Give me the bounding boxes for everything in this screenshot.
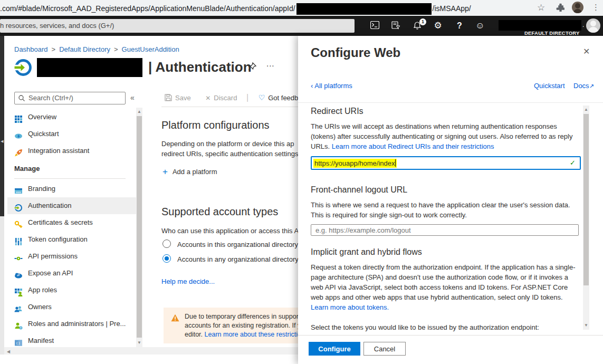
discard-x-icon: ✕ (205, 94, 210, 102)
directory-label: DEFAULT DIRECTORY (524, 30, 580, 36)
account-types-question: Who can use this application or access t… (161, 226, 298, 236)
scroll-down-icon[interactable]: ▼ (583, 322, 589, 329)
sliders-icon (14, 235, 23, 244)
redirect-uri-input[interactable]: https://youapp/home/index ✓ (311, 156, 581, 170)
sidebar-item-expose-an-api[interactable]: Expose an API (7, 265, 136, 282)
help-me-decide-link[interactable]: Help me decide... (161, 277, 215, 285)
save-button[interactable]: Save (165, 94, 193, 102)
collapsed-portal-sidebar[interactable] (0, 36, 4, 216)
sidebar-item-certificates-secrets[interactable]: Certificates & secrets (7, 214, 136, 231)
sidebar-item-roles-administrators[interactable]: Roles and administrators | Pre... (7, 315, 136, 332)
radio-single-tenant[interactable] (162, 240, 171, 248)
got-feedback-button[interactable]: ♡Got feedback? (259, 94, 298, 102)
bookmark-star-icon[interactable]: ☆ (537, 2, 545, 13)
search-icon (18, 94, 25, 106)
redacted-account-email (499, 20, 581, 31)
global-search-input[interactable]: h resources, services, and docs (G+/) (0, 19, 355, 33)
configure-button[interactable]: Configure (309, 342, 360, 356)
cancel-button[interactable]: Cancel (363, 342, 406, 356)
panel-footer-divider (298, 335, 603, 336)
scroll-up-icon[interactable]: ▲ (583, 107, 589, 113)
help-icon[interactable]: ? (454, 21, 465, 31)
notifications-bell-icon[interactable]: 1 (412, 21, 423, 31)
sidebar-item-token-configuration[interactable]: Token configuration (7, 231, 136, 248)
scroll-up-icon[interactable]: ▲ (136, 109, 142, 115)
cloud-api-icon (14, 269, 23, 277)
svg-text:(): () (16, 341, 20, 346)
radio-multi-tenant[interactable] (162, 254, 171, 263)
radio-multi-tenant-label: Accounts in any organizational directory… (177, 254, 298, 264)
quickstart-icon (14, 130, 23, 138)
all-platforms-back-link[interactable]: ‹ All platforms (311, 82, 352, 90)
scrollbar-thumb[interactable] (137, 116, 142, 338)
tokens-learn-more-link[interactable]: Learn more about tokens. (311, 303, 389, 311)
add-platform-button[interactable]: +Add a platform (162, 167, 217, 177)
logout-url-desc: This is where we send a request to have … (311, 200, 579, 220)
account-dot: . (582, 21, 584, 28)
logout-url-input[interactable] (311, 224, 579, 236)
sidebar-item-overview[interactable]: Overview (7, 109, 136, 126)
cloud-shell-icon[interactable] (369, 21, 380, 31)
sidebar-item-integration-assistant[interactable]: Integration assistant (7, 142, 136, 159)
authentication-icon (14, 202, 23, 210)
sidebar-item-api-permissions[interactable]: API permissions (7, 248, 136, 265)
discard-button[interactable]: ✕Discard (205, 94, 239, 102)
account-types-heading: Supported account types (161, 206, 298, 218)
address-url[interactable]: .com/#blade/Microsoft_AAD_RegisteredApps… (0, 3, 533, 15)
panel-scrollbar[interactable]: ▲ ▼ (583, 106, 589, 330)
platform-desc-line2: redirect URIs, specific authentication s… (161, 149, 298, 159)
menu-collapse-icon[interactable]: « (130, 93, 135, 102)
browser-profile-avatar[interactable] (572, 2, 583, 13)
redirect-uris-heading: Redirect URIs (311, 107, 581, 116)
heart-icon: ♡ (259, 93, 265, 102)
close-icon[interactable]: ✕ (583, 46, 590, 56)
quickstart-link[interactable]: Quickstart (534, 82, 565, 90)
warning-icon (171, 314, 179, 324)
app-roles-icon (14, 286, 23, 294)
external-link-icon: ↗ (589, 83, 594, 89)
sidebar-scrollbar[interactable]: ▲ ▼ (136, 108, 142, 347)
directory-filter-icon[interactable] (390, 21, 401, 31)
configure-web-panel: Configure Web ✕ ‹ All platforms Quicksta… (298, 36, 603, 364)
back-chevron-icon: ‹ (311, 82, 313, 90)
docs-link[interactable]: Docs↗ (573, 82, 594, 90)
sidebar-item-app-roles[interactable]: App roles (7, 282, 136, 299)
azure-portal-window: .com/#blade/Microsoft_AAD_RegisteredApps… (0, 0, 603, 364)
sidebar-search-placeholder: Search (Ctrl+/) (28, 94, 73, 102)
breadcrumb-dashboard[interactable]: Dashboard (14, 45, 48, 53)
sidebar-item-branding[interactable]: www Branding (7, 180, 136, 197)
scroll-left-icon[interactable]: ◀ (5, 349, 12, 355)
browser-address-bar[interactable]: .com/#blade/Microsoft_AAD_RegisteredApps… (0, 0, 603, 16)
branding-icon: www (14, 185, 23, 193)
valid-check-icon: ✓ (570, 157, 576, 169)
select-tokens-text: Select the tokens you would like to be i… (311, 322, 579, 332)
sidebar-item-owners[interactable]: Owners (7, 299, 136, 315)
key-icon (14, 218, 23, 227)
redirect-uris-desc: The URIs we will accept as destinations … (311, 121, 579, 151)
sidebar-section-manage: Manage (14, 165, 40, 173)
azure-profile-avatar[interactable] (586, 18, 600, 33)
sidebar-search-input[interactable]: Search (Ctrl+/) (14, 92, 126, 104)
settings-gear-icon[interactable]: ⚙ (433, 21, 443, 31)
panel-header-divider (298, 102, 603, 103)
left-scroll-track[interactable] (0, 216, 4, 355)
roles-admins-icon (14, 320, 23, 328)
scroll-down-icon[interactable]: ▼ (136, 340, 142, 346)
feedback-smiley-icon[interactable]: ☺ (475, 21, 485, 31)
breadcrumb-default-directory[interactable]: Default Directory (59, 45, 110, 53)
breadcrumb-separator: > (52, 45, 56, 53)
warning-restrictions-link[interactable]: Learn more about these restrictions. (205, 331, 298, 338)
sidebar-divider (14, 178, 126, 179)
sidebar-item-authentication[interactable]: Authentication (7, 197, 136, 214)
browser-menu-icon[interactable]: ⋮ (592, 3, 600, 12)
command-bar: Save ✕Discard | ♡Got feedback? (165, 93, 298, 104)
redirect-learn-more-link[interactable]: Learn more about Redirect URIs and their… (332, 142, 494, 150)
azure-top-bar: h resources, services, and docs (G+/) 1 … (0, 16, 603, 36)
scrollbar-thumb[interactable] (583, 114, 589, 285)
sidebar-collapse-arrow-icon[interactable]: ◀ (0, 139, 4, 143)
toolbar-divider: | (246, 93, 248, 102)
svg-text:www: www (16, 191, 21, 194)
toolbar-divider-line (161, 107, 298, 107)
sidebar-item-quickstart[interactable]: Quickstart (7, 126, 136, 142)
extension-puzzle-icon[interactable] (556, 3, 565, 14)
